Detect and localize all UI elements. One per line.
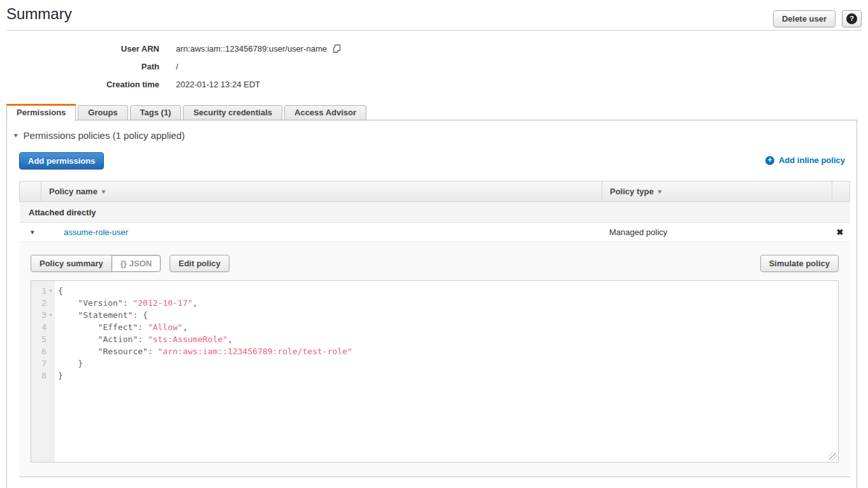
policy-name-column-header[interactable]: Policy name ▾ (41, 182, 602, 201)
edit-policy-button[interactable]: Edit policy (170, 255, 229, 272)
remove-policy-button[interactable]: ✖ (832, 227, 848, 237)
policy-type-value: Managed policy (602, 227, 832, 237)
detail-row-user-arn: User ARN arn:aws:iam::123456789:user/use… (0, 39, 342, 57)
creation-time-label: Creation time (0, 80, 159, 89)
user-details: User ARN arn:aws:iam::123456789:user/use… (0, 39, 342, 93)
line-number: 4 (31, 321, 47, 333)
tab-permissions[interactable]: Permissions (6, 104, 76, 121)
line-number: 8 (31, 370, 47, 382)
policy-view-buttons: Policy summary {} JSON Edit policy (31, 255, 839, 272)
line-number: 1 (31, 285, 47, 297)
path-value: / (176, 62, 178, 71)
sort-caret-down-icon: ▾ (102, 188, 105, 195)
policy-summary-button[interactable]: Policy summary (31, 255, 112, 272)
tab-bar: Permissions Groups Tags (1) Security cre… (6, 103, 857, 120)
json-button-label: JSON (129, 259, 152, 268)
policy-name-header-label: Policy name (49, 187, 98, 196)
code-line: { (58, 285, 838, 297)
caret-down-icon: ▾ (14, 131, 18, 140)
policy-type-header-label: Policy type (610, 187, 654, 196)
help-button[interactable]: ? (842, 10, 862, 27)
policy-type-column-header[interactable]: Policy type ▾ (602, 182, 832, 201)
fold-caret-icon[interactable]: ▾ (47, 309, 55, 321)
gutter-line: 6 (31, 345, 55, 357)
sort-caret-down-icon: ▾ (658, 188, 662, 195)
simulate-policy-button[interactable]: Simulate policy (760, 255, 839, 272)
header-buttons: Delete user ? (773, 10, 862, 27)
fold-caret-icon[interactable]: ▾ (47, 285, 55, 297)
collapse-row-caret-icon[interactable]: ▾ (19, 228, 64, 236)
gutter-line: 4 (31, 321, 55, 333)
page-title: Summary (6, 5, 72, 23)
code-line: "Effect": "Allow", (58, 321, 838, 333)
delete-user-button[interactable]: Delete user (773, 10, 835, 27)
tab-tags[interactable]: Tags (1) (130, 105, 182, 120)
add-permissions-button[interactable]: Add permissions (19, 152, 104, 169)
expander-column-header (20, 182, 41, 201)
json-braces-icon: {} (120, 259, 127, 268)
detail-row-creation-time: Creation time 2022-01-12 13:24 EDT (0, 75, 342, 93)
iam-user-summary-page: Summary Delete user ? User ARN arn:aws:i… (0, 0, 868, 488)
editor-code[interactable]: { "Version": "2012-10-17", "Statement": … (55, 281, 838, 462)
title-divider (6, 30, 862, 31)
code-line: "Statement": { (58, 309, 838, 321)
detail-row-path: Path / (0, 57, 342, 75)
copy-icon[interactable] (332, 44, 342, 54)
permissions-policies-heading: Permissions policies (1 policy applied) (24, 130, 185, 141)
line-number: 3 (31, 309, 47, 321)
plus-circle-icon: + (765, 156, 774, 165)
actions-column-header (832, 182, 849, 201)
editor-gutter: 1▾23▾45678 (31, 281, 55, 462)
user-arn-value: arn:aws:iam::123456789:user/user-name (176, 44, 327, 54)
gutter-line: 5 (31, 333, 55, 345)
policy-table: Policy name ▾ Policy type ▾ Attached dir… (19, 181, 850, 477)
permissions-tab-panel: ▾ Permissions policies (1 policy applied… (6, 120, 857, 488)
policy-actions-row: Add permissions + Add inline policy (19, 152, 845, 169)
gutter-line: 2 (31, 297, 55, 309)
line-number: 2 (31, 297, 47, 309)
attached-directly-group-row: Attached directly (19, 202, 850, 223)
user-arn-label: User ARN (0, 44, 159, 54)
gutter-line: 7 (31, 357, 55, 370)
path-label: Path (0, 62, 159, 71)
line-number: 6 (31, 345, 47, 357)
line-number: 5 (31, 333, 47, 345)
gutter-line: 3▾ (31, 309, 55, 321)
add-inline-policy-link[interactable]: + Add inline policy (765, 155, 845, 165)
permissions-policies-section-toggle[interactable]: ▾ Permissions policies (1 policy applied… (14, 130, 185, 141)
code-line: } (58, 370, 838, 382)
policy-name-link[interactable]: assume-role-user (64, 227, 602, 237)
tab-access-advisor[interactable]: Access Advisor (284, 105, 366, 120)
creation-time-value: 2022-01-12 13:24 EDT (176, 80, 260, 89)
policy-json-editor[interactable]: 1▾23▾45678 { "Version": "2012-10-17", "S… (31, 280, 839, 463)
code-line: } (58, 357, 838, 370)
json-view-button[interactable]: {} JSON (112, 255, 161, 272)
resize-handle-icon[interactable] (829, 453, 837, 461)
code-line: "Action": "sts:AssumeRole", (58, 333, 838, 345)
tab-groups[interactable]: Groups (78, 105, 127, 120)
add-inline-policy-label: Add inline policy (779, 155, 845, 165)
gutter-line: 8 (31, 370, 55, 382)
code-line: "Version": "2012-10-17", (58, 297, 838, 309)
code-line: "Resource": "arn:aws:iam::123456789:role… (58, 345, 838, 357)
tab-security-credentials[interactable]: Security credentials (183, 105, 282, 120)
policy-row: ▾ assume-role-user Managed policy ✖ (19, 223, 850, 242)
question-mark-icon: ? (846, 13, 857, 24)
policy-detail-expanded: Policy summary {} JSON Edit policy Simul… (19, 242, 850, 477)
policy-table-header: Policy name ▾ Policy type ▾ (19, 181, 850, 202)
gutter-line: 1▾ (31, 285, 55, 297)
line-number: 7 (31, 357, 47, 370)
